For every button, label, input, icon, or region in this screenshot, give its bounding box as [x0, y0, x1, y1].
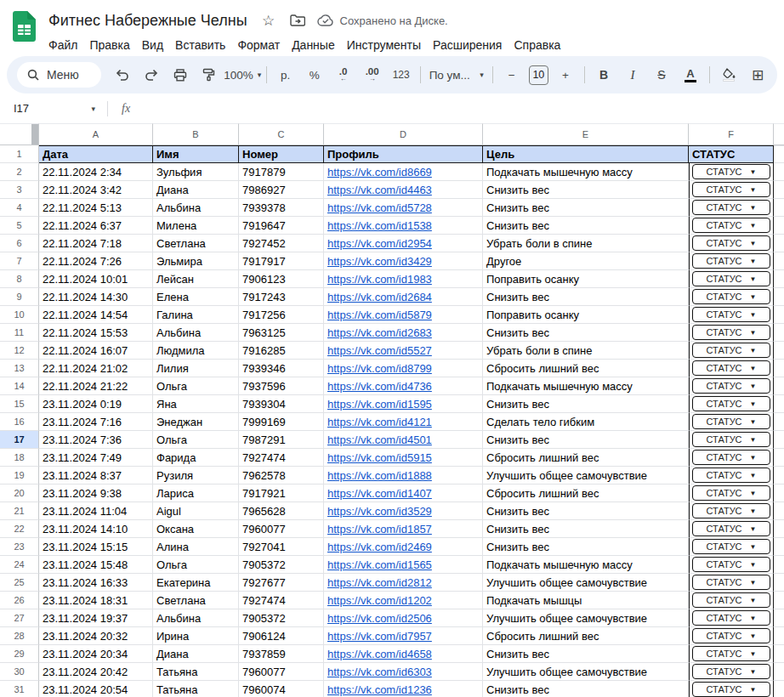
cell-sliver[interactable]	[774, 288, 784, 306]
cell-goal[interactable]: Улучшить общее самочувствие	[483, 574, 689, 592]
cell-goal[interactable]: Сбросить лишний вес	[483, 360, 689, 377]
profile-link[interactable]: https://vk.com/id2469	[327, 541, 432, 553]
profile-link[interactable]: https://vk.com/id2812	[327, 576, 432, 589]
cell-phone[interactable]: 7939378	[239, 199, 324, 217]
profile-link[interactable]: https://vk.com/id4463	[327, 184, 432, 196]
cell-profile[interactable]: https://vk.com/id1202	[324, 592, 483, 609]
profile-link[interactable]: https://vk.com/id4736	[327, 380, 432, 393]
cell-goal[interactable]: Сделать тело гибким	[483, 413, 689, 431]
status-dropdown-chip[interactable]: СТАТУС▼	[692, 468, 770, 483]
cell-name[interactable]: Яна	[153, 395, 239, 413]
cell-goal[interactable]: Подкачать мышечную массу	[483, 163, 689, 181]
cell-name[interactable]: Лилия	[153, 360, 239, 377]
cell-phone[interactable]: 7960077	[239, 520, 324, 538]
status-dropdown-chip[interactable]: СТАТУС▼	[692, 396, 770, 411]
row-number[interactable]: 10	[0, 306, 39, 324]
cell-name[interactable]: Альбина	[153, 609, 239, 627]
profile-link[interactable]: https://vk.com/id4501	[327, 434, 432, 446]
cell-goal[interactable]: Подкачать мышцы	[483, 592, 689, 609]
cell-profile[interactable]: https://vk.com/id2812	[324, 574, 483, 592]
cell-date[interactable]: 22.11.2024 6:37	[39, 217, 153, 235]
row-number[interactable]: 11	[0, 324, 39, 342]
cell-goal[interactable]: Убрать боли в спине	[483, 235, 689, 252]
row-number[interactable]: 15	[0, 395, 39, 413]
cell-goal[interactable]: Снизить вес	[483, 199, 689, 217]
cell-status[interactable]: СТАТУС▼	[689, 235, 774, 252]
cell-date[interactable]: 23.11.2024 18:31	[39, 592, 153, 609]
cell-sliver[interactable]	[774, 270, 784, 288]
profile-link[interactable]: https://vk.com/id8669	[327, 166, 432, 178]
cell-sliver[interactable]	[774, 574, 784, 592]
increase-decimals-button[interactable]: .00→	[358, 64, 387, 86]
profile-link[interactable]: https://vk.com/id1983	[327, 273, 432, 286]
cell-sliver[interactable]	[774, 609, 784, 627]
cell-sliver[interactable]	[774, 306, 784, 324]
cell-phone[interactable]: 7939304	[239, 395, 324, 413]
cell-profile[interactable]: https://vk.com/id5728	[324, 199, 483, 217]
cell-name[interactable]: Ирина	[153, 627, 239, 645]
save-status[interactable]: Сохранено на Диске.	[317, 14, 448, 27]
cell-sliver[interactable]	[774, 163, 784, 181]
status-dropdown-chip[interactable]: СТАТУС▼	[692, 253, 770, 269]
cell-phone[interactable]: 7987291	[239, 431, 324, 449]
cell-sliver[interactable]	[774, 431, 784, 449]
cell-phone[interactable]: 7905372	[239, 609, 324, 627]
status-dropdown-chip[interactable]: СТАТУС▼	[692, 218, 770, 233]
cell-name[interactable]: Энеджан	[153, 413, 239, 431]
cell-status[interactable]: СТАТУС▼	[689, 556, 774, 574]
cell-name[interactable]: Галина	[153, 306, 239, 324]
profile-link[interactable]: https://vk.com/id1538	[327, 219, 432, 232]
cell-sliver[interactable]	[774, 324, 784, 342]
status-dropdown-chip[interactable]: СТАТУС▼	[692, 235, 770, 251]
zoom-selector[interactable]: 100% ▾	[224, 64, 262, 86]
status-dropdown-chip[interactable]: СТАТУС▼	[692, 360, 770, 376]
profile-link[interactable]: https://vk.com/id2506	[327, 612, 432, 625]
header-cell-date[interactable]: Дата	[39, 145, 153, 163]
menu-file[interactable]: Файл	[43, 37, 83, 54]
cell-date[interactable]: 22.11.2024 14:54	[39, 306, 153, 324]
row-number[interactable]: 12	[0, 342, 39, 360]
sheets-logo[interactable]	[0, 0, 48, 56]
cell-profile[interactable]: https://vk.com/id5879	[324, 306, 483, 324]
cell-phone[interactable]: 7906123	[239, 270, 324, 288]
row-number[interactable]: 21	[0, 502, 39, 520]
status-dropdown-chip[interactable]: СТАТУС▼	[692, 271, 770, 286]
toolbar-search[interactable]: Меню	[17, 62, 101, 88]
menu-data[interactable]: Данные	[286, 37, 341, 54]
cell-sliver[interactable]	[774, 627, 784, 645]
cell-date[interactable]: 23.11.2024 0:19	[39, 395, 153, 413]
cell-phone[interactable]: 7927474	[239, 592, 324, 609]
row-number[interactable]: 13	[0, 360, 39, 377]
cell-sliver[interactable]	[774, 395, 784, 413]
row-number[interactable]: 7	[0, 252, 39, 270]
cell-status[interactable]: СТАТУС▼	[689, 627, 774, 645]
cell-name[interactable]: Лариса	[153, 484, 239, 502]
cell-goal[interactable]: Сбросить лишний вес	[483, 449, 689, 467]
cell-goal[interactable]: Снизить вес	[483, 181, 689, 199]
font-style-selector[interactable]: По ум... ▾	[425, 64, 488, 86]
cell-name[interactable]: Елена	[153, 288, 239, 306]
cell-date[interactable]: 22.11.2024 7:18	[39, 235, 153, 252]
cell-phone[interactable]: 7937596	[239, 377, 324, 395]
paint-format-button[interactable]	[195, 64, 224, 86]
cell-profile[interactable]: https://vk.com/id4463	[324, 181, 483, 199]
row-number[interactable]: 24	[0, 556, 39, 574]
profile-link[interactable]: https://vk.com/id6303	[327, 666, 432, 678]
cell-profile[interactable]: https://vk.com/id3529	[324, 502, 483, 520]
status-dropdown-chip[interactable]: СТАТУС▼	[692, 307, 770, 322]
cell-date[interactable]: 22.11.2024 2:34	[39, 163, 153, 181]
cell-profile[interactable]: https://vk.com/id1595	[324, 395, 483, 413]
move-to-folder-icon[interactable]	[287, 9, 309, 31]
cell-profile[interactable]: https://vk.com/id4736	[324, 377, 483, 395]
cell-status[interactable]: СТАТУС▼	[689, 395, 774, 413]
cell-status[interactable]: СТАТУС▼	[689, 681, 774, 697]
row-number[interactable]: 5	[0, 217, 39, 235]
profile-link[interactable]: https://vk.com/id1202	[327, 594, 432, 607]
cell-goal[interactable]: Снизить вес	[483, 538, 689, 556]
cell-goal[interactable]: Подкачать мышечную массу	[483, 556, 689, 574]
profile-link[interactable]: https://vk.com/id1236	[327, 683, 432, 696]
row-number[interactable]: 3	[0, 181, 39, 199]
cell-sliver[interactable]	[774, 342, 784, 360]
cell-status[interactable]: СТАТУС▼	[689, 592, 774, 609]
cell-date[interactable]: 23.11.2024 20:32	[39, 627, 153, 645]
